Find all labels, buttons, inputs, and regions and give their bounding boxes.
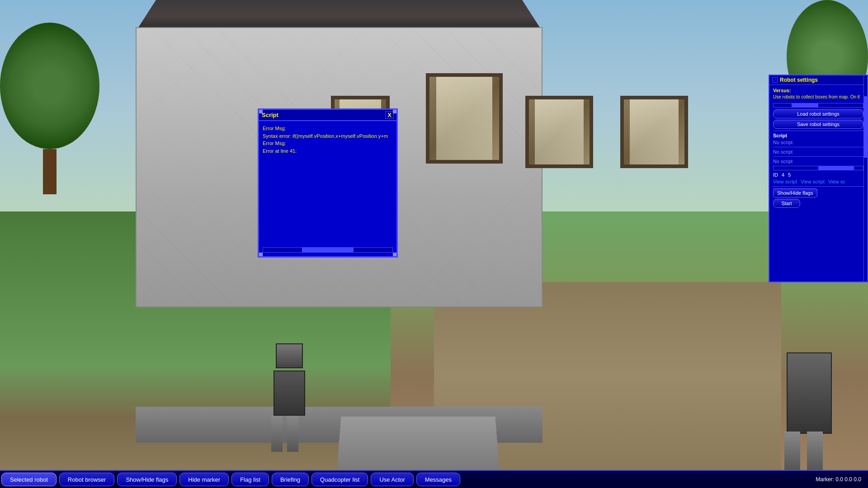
view-script-1[interactable]: View script xyxy=(773,179,797,184)
robot2-leg-right xyxy=(807,432,823,470)
script-dialog-content: Error Msg: Syntax error: if((myself.vPos… xyxy=(259,121,396,158)
view-script-row[interactable]: View script View script View sc xyxy=(773,179,863,184)
game-world: Script X Error Msg: Syntax error: if((my… xyxy=(0,0,868,470)
corner-tl xyxy=(259,110,263,113)
robot-settings-title: Robot settings xyxy=(780,77,818,83)
hide-marker-button[interactable]: Hide marker xyxy=(179,473,229,486)
load-robot-settings-button[interactable]: Load robot settings xyxy=(773,109,863,118)
quadcopter-list-button[interactable]: Quadcopter list xyxy=(311,473,368,486)
settings-checkbox[interactable] xyxy=(772,77,778,83)
script-section-title: Script xyxy=(773,133,863,138)
building-ramp xyxy=(337,417,499,470)
robot-settings-panel: Robot settings Versus: Use robots to col… xyxy=(769,75,868,282)
settings-scrollbar-vertical[interactable] xyxy=(863,75,867,282)
messages-button[interactable]: Messages xyxy=(416,473,460,486)
id-val-1: 4 xyxy=(782,172,784,178)
use-actor-button[interactable]: Use Actor xyxy=(371,473,413,486)
robot-head xyxy=(276,343,303,368)
settings-content-area: Versus: Use robots to collect boxes from… xyxy=(769,85,867,212)
settings-scrollbar-2[interactable] xyxy=(773,166,863,170)
error-line-1: Error Msg: xyxy=(263,125,393,132)
view-script-3[interactable]: View sc xyxy=(828,179,845,184)
tree-left-foliage xyxy=(0,23,99,149)
error-line-4: Error at line 41: xyxy=(263,147,393,155)
id-val-2: 5 xyxy=(788,172,791,178)
selected-robot-button[interactable]: Selected robot xyxy=(1,473,57,486)
bottom-toolbar: Selected robot Robot browser Show/Hide f… xyxy=(0,470,868,488)
robot-body xyxy=(274,371,305,416)
settings-scrollbar-1-thumb xyxy=(792,103,818,107)
flag-list-button[interactable]: Flag list xyxy=(231,473,269,486)
robot-character-2 xyxy=(778,312,868,470)
marker-display: Marker: 0.0 0.0 0.0 xyxy=(809,476,868,483)
tree-left-trunk xyxy=(43,149,57,194)
settings-divider-3 xyxy=(773,156,863,157)
tree-left xyxy=(0,23,99,194)
script-dialog: Script X Error Msg: Syntax error: if((my… xyxy=(258,108,398,258)
settings-scrollbar-1[interactable] xyxy=(773,103,863,108)
start-button[interactable]: Start xyxy=(773,199,800,208)
window-3 xyxy=(525,96,593,168)
error-line-3: Error Msg: xyxy=(263,140,393,147)
settings-scrollbar-2-thumb xyxy=(818,166,854,170)
window-4 xyxy=(620,96,688,168)
script-dialog-titlebar: Script X xyxy=(259,110,396,121)
corner-tr xyxy=(393,110,396,113)
show-hide-flags-toolbar-button[interactable]: Show/Hide flags xyxy=(117,473,177,486)
settings-scrollbar-v-thumb xyxy=(864,96,867,158)
id-label: ID xyxy=(773,172,778,178)
robot-settings-header: Robot settings xyxy=(769,75,867,85)
settings-divider-1 xyxy=(773,131,863,131)
no-script-2: No script xyxy=(773,149,863,155)
corner-br xyxy=(393,253,396,256)
settings-divider-2 xyxy=(773,147,863,147)
id-row: ID 4 5 xyxy=(773,172,863,178)
robot-leg-left xyxy=(271,416,283,452)
briefing-button[interactable]: Briefing xyxy=(272,473,309,486)
versus-text: Use robots to collect boxes from map. On… xyxy=(773,94,863,100)
no-script-3: No script xyxy=(773,159,863,164)
error-line-2: Syntax error: if((myself.vPosition.x+mys… xyxy=(263,132,393,140)
robot-browser-button[interactable]: Robot browser xyxy=(59,473,115,486)
script-dialog-scrollbar-thumb[interactable] xyxy=(302,248,354,252)
show-hide-flags-button[interactable]: Show/Hide flags xyxy=(773,188,817,197)
script-dialog-title: Script xyxy=(262,112,278,118)
corner-bl xyxy=(259,253,263,256)
save-robot-settings-button[interactable]: Save robot settings xyxy=(773,120,863,129)
view-script-2[interactable]: View script xyxy=(801,179,825,184)
window-2 xyxy=(426,73,503,164)
robot-character xyxy=(262,325,316,452)
settings-divider-4 xyxy=(773,186,863,187)
robot-leg-right xyxy=(287,416,298,452)
robot2-body xyxy=(787,352,832,434)
no-script-1: No script xyxy=(773,140,863,145)
script-dialog-scrollbar[interactable] xyxy=(263,247,393,253)
robot2-leg-left xyxy=(784,432,800,470)
versus-label: Versus: xyxy=(773,88,863,93)
